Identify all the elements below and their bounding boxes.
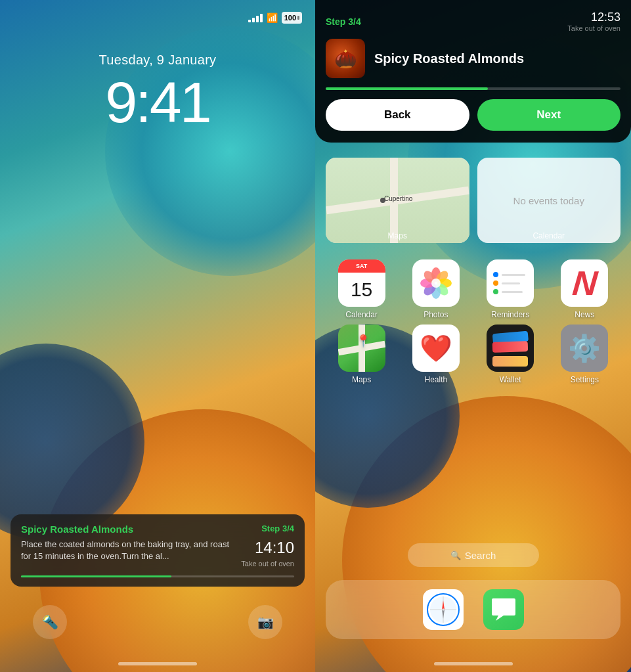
notification-title: Spicy Roasted Almonds: [21, 524, 133, 535]
svg-point-8: [431, 279, 441, 288]
lock-time: 9:41: [0, 69, 315, 136]
calendar-widget-label: Calendar: [477, 231, 621, 240]
settings-app-icon: ⚙️: [561, 325, 608, 372]
maps-widget-map: ·Cupertino: [326, 158, 469, 243]
home-screen: Step 3/4 12:53 Take out of oven 🌰 Spicy …: [315, 0, 631, 672]
camera-button[interactable]: 📷: [248, 605, 282, 639]
photos-app-label: Photos: [424, 310, 448, 319]
dock-messages[interactable]: [483, 589, 524, 630]
maps-pin-icon: 📍: [356, 334, 370, 348]
messages-icon-svg: [489, 597, 518, 622]
calendar-date-label: 15: [351, 273, 372, 307]
home-indicator[interactable]: [118, 662, 197, 665]
app-item-news[interactable]: N News: [549, 259, 620, 319]
calendar-app-label: Calendar: [345, 310, 378, 319]
app-item-health[interactable]: ❤️ Health: [400, 325, 471, 384]
flashlight-icon: 🔦: [42, 614, 58, 630]
siri-recipe-thumbnail: 🌰: [326, 39, 365, 78]
calendar-app-icon: SAT 15: [338, 259, 385, 307]
wallet-app-icon: [487, 325, 534, 372]
notification-progress-fill: [21, 575, 171, 577]
maps-widget[interactable]: ·Cupertino Maps: [326, 158, 469, 243]
maps-cupertino-label: ·Cupertino: [382, 195, 412, 202]
lock-screen: 📶 100 Tuesday, 9 January 9:41 Spicy Roas…: [0, 0, 315, 672]
siri-shortcut-overlay: Step 3/4 12:53 Take out of oven 🌰 Spicy …: [315, 0, 631, 143]
siri-recipe-title: Spicy Roasted Almonds: [374, 51, 524, 66]
lock-date: Tuesday, 9 January: [0, 53, 315, 68]
siri-progress-fill: [326, 87, 488, 90]
notification-card[interactable]: Spicy Roasted Almonds Step 3/4 Place the…: [11, 514, 305, 587]
search-bar[interactable]: 🔍 Search: [408, 543, 539, 567]
dock: [326, 580, 620, 639]
signal-icon: [248, 14, 263, 22]
maps-app-label: Maps: [352, 375, 371, 384]
safari-icon-svg: [425, 591, 462, 628]
back-button[interactable]: Back: [326, 99, 469, 131]
news-icon-letter: N: [571, 266, 598, 300]
siri-buttons: Back Next: [326, 99, 620, 131]
health-app-label: Health: [425, 375, 448, 384]
home-indicator-right[interactable]: [434, 662, 513, 665]
settings-app-label: Settings: [571, 375, 599, 384]
health-heart-icon: ❤️: [420, 335, 452, 361]
status-bar: 📶 100: [0, 12, 315, 24]
siri-step-label: Step 3/4: [326, 16, 361, 27]
battery-indicator: 100: [282, 12, 302, 24]
app-item-reminders[interactable]: Reminders: [475, 259, 546, 319]
reminders-app-icon: [487, 259, 534, 307]
app-item-settings[interactable]: ⚙️ Settings: [549, 325, 620, 384]
camera-icon: 📷: [257, 614, 274, 630]
maps-widget-label: Maps: [326, 231, 469, 240]
reminders-app-label: Reminders: [491, 310, 529, 319]
news-app-label: News: [575, 310, 594, 319]
app-item-wallet[interactable]: Wallet: [475, 325, 546, 384]
search-icon: 🔍: [450, 550, 461, 560]
notification-sublabel: Take out of oven: [241, 560, 294, 568]
next-button[interactable]: Next: [477, 99, 621, 131]
maps-app-icon: 📍: [338, 325, 385, 372]
siri-progress-bar: [326, 87, 620, 90]
no-events-text: No events today: [513, 195, 584, 206]
siri-sublabel: Take out of oven: [567, 24, 620, 32]
notification-body: Place the coated almonds on the baking t…: [21, 539, 241, 562]
notification-progress-bar: [21, 575, 294, 577]
app-item-maps[interactable]: 📍 Maps: [326, 325, 397, 384]
app-item-photos[interactable]: Photos: [400, 259, 471, 319]
settings-gear-icon: ⚙️: [568, 333, 601, 364]
news-app-icon: N: [561, 259, 608, 307]
calendar-day-label: SAT: [338, 259, 385, 273]
wallet-app-label: Wallet: [500, 375, 521, 384]
siri-thumbnail-image: 🌰: [326, 39, 365, 78]
notification-timer: 14:10: [241, 539, 294, 557]
search-label: Search: [465, 550, 496, 561]
wifi-icon: 📶: [267, 12, 278, 23]
photos-app-icon: [412, 259, 460, 307]
app-grid: SAT 15 Calendar: [326, 259, 620, 384]
widgets-row: ·Cupertino Maps No events today Calendar: [326, 158, 620, 243]
photos-icon-svg: [418, 265, 454, 302]
dock-safari[interactable]: [423, 589, 464, 630]
health-app-icon: ❤️: [412, 325, 460, 372]
app-item-calendar[interactable]: SAT 15 Calendar: [326, 259, 397, 319]
siri-time: 12:53: [591, 11, 620, 24]
lock-bottom-controls: 🔦 📷: [0, 605, 315, 639]
notification-step: Step 3/4: [261, 524, 294, 533]
flashlight-button[interactable]: 🔦: [33, 605, 67, 639]
calendar-widget[interactable]: No events today Calendar: [477, 158, 621, 243]
